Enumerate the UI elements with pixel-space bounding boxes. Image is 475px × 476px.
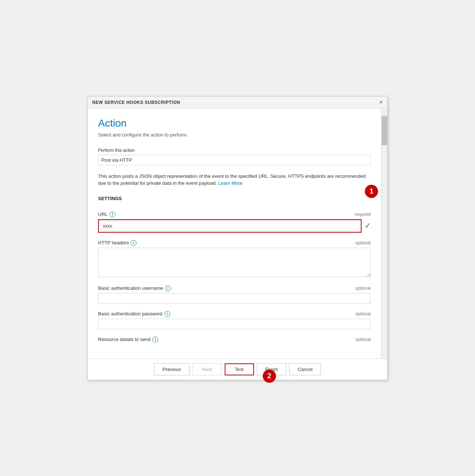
- test-button[interactable]: Test: [225, 363, 254, 375]
- resource-details-info-icon[interactable]: i: [152, 337, 158, 342]
- url-check-icon: ✓: [364, 221, 371, 230]
- page-subtitle: Select and configure the action to perfo…: [98, 132, 371, 138]
- perform-action-input[interactable]: [98, 155, 371, 165]
- dialog-titlebar: NEW SERVICE HOOKS SUBSCRIPTION ×: [88, 97, 387, 109]
- http-headers-info-icon[interactable]: i: [131, 240, 136, 246]
- close-button[interactable]: ×: [379, 100, 383, 105]
- dialog-title: NEW SERVICE HOOKS SUBSCRIPTION: [92, 100, 180, 105]
- basic-auth-username-optional: optional: [355, 286, 371, 291]
- basic-auth-password-info-icon[interactable]: i: [164, 311, 170, 317]
- basic-auth-password-label-left: Basic authentication password i: [98, 311, 170, 317]
- basic-auth-password-group: Basic authentication password i optional: [98, 311, 371, 329]
- url-field-label-row: URL i required: [98, 211, 371, 217]
- scrollbar-thumb[interactable]: [382, 116, 387, 145]
- url-field-group: URL i required ✓: [98, 211, 371, 233]
- page-title: Action: [98, 117, 371, 129]
- http-headers-optional: optional: [355, 240, 371, 246]
- cancel-button[interactable]: Cancel: [289, 363, 321, 375]
- settings-header: SETTINGS 1: [98, 196, 371, 206]
- url-info-icon[interactable]: i: [109, 211, 115, 217]
- resource-details-group: Resource details to send i optional: [98, 337, 371, 342]
- basic-auth-username-info-icon[interactable]: i: [165, 285, 171, 291]
- url-label-left: URL i: [98, 211, 115, 217]
- perform-action-group: Perform this action: [98, 148, 371, 165]
- badge-2: 2: [263, 370, 276, 383]
- scrollbar[interactable]: [381, 109, 387, 359]
- basic-auth-username-input[interactable]: [98, 293, 371, 304]
- resource-details-label-left: Resource details to send i: [98, 337, 158, 342]
- http-headers-label-left: HTTP headers i: [98, 240, 136, 246]
- url-input-wrapper: ✓: [98, 219, 371, 233]
- basic-auth-password-optional: optional: [355, 311, 371, 316]
- http-headers-label-text: HTTP headers: [98, 240, 129, 246]
- badge-1: 1: [365, 185, 378, 198]
- resource-details-label-text: Resource details to send: [98, 337, 150, 342]
- url-required-label: required: [355, 212, 371, 217]
- settings-label: SETTINGS: [98, 196, 122, 201]
- dialog: NEW SERVICE HOOKS SUBSCRIPTION × Action …: [87, 96, 388, 380]
- perform-action-label: Perform this action: [98, 148, 371, 153]
- http-headers-label-row: HTTP headers i optional: [98, 240, 371, 246]
- http-headers-group: HTTP headers i optional: [98, 240, 371, 278]
- basic-auth-username-label-text: Basic authentication username: [98, 285, 163, 291]
- url-input[interactable]: [100, 221, 360, 231]
- basic-auth-password-label-row: Basic authentication password i optional: [98, 311, 371, 317]
- dialog-content: Action Select and configure the action t…: [88, 109, 381, 359]
- url-field-border: [98, 219, 362, 233]
- http-headers-input[interactable]: [98, 248, 371, 277]
- description-text: This action posts a JSON object represen…: [98, 173, 371, 187]
- dialog-footer: Previous Next Test 2 Finish Cancel: [88, 359, 387, 380]
- learn-more-link[interactable]: Learn More: [218, 180, 242, 186]
- test-button-wrapper: Test 2: [225, 363, 254, 375]
- basic-auth-password-label-text: Basic authentication password: [98, 311, 162, 316]
- basic-auth-username-group: Basic authentication username i optional: [98, 285, 371, 304]
- resource-details-optional: optional: [355, 337, 371, 342]
- previous-button[interactable]: Previous: [154, 363, 190, 375]
- next-button: Next: [192, 363, 222, 375]
- resource-details-label-row: Resource details to send i optional: [98, 337, 371, 342]
- basic-auth-username-label-left: Basic authentication username i: [98, 285, 171, 291]
- dialog-body: Action Select and configure the action t…: [88, 109, 387, 359]
- url-label-text: URL: [98, 211, 108, 217]
- basic-auth-password-input[interactable]: [98, 319, 371, 329]
- basic-auth-username-label-row: Basic authentication username i optional: [98, 285, 371, 291]
